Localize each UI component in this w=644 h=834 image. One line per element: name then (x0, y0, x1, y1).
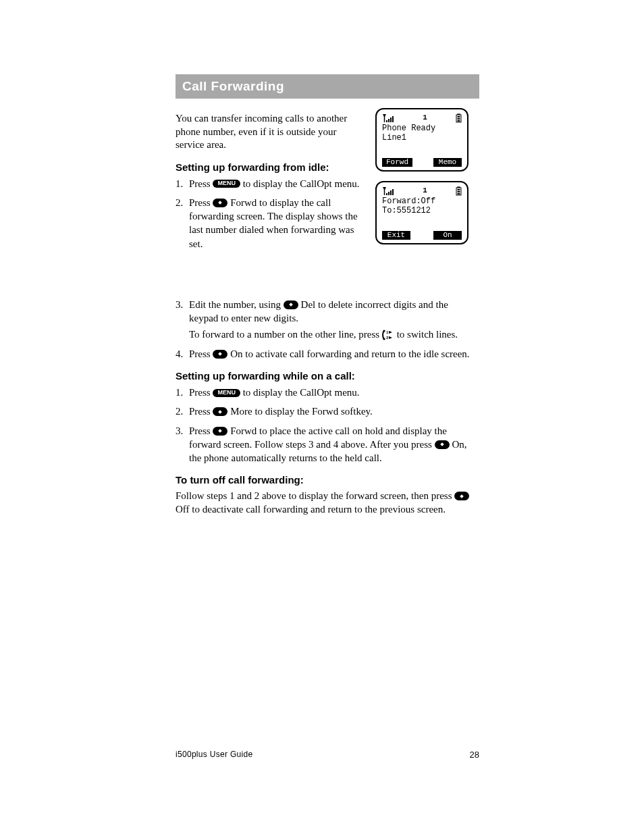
page-number: 28 (470, 750, 479, 760)
softkey-button-icon (213, 350, 227, 359)
svg-marker-27 (389, 336, 392, 339)
step-number: 1. (176, 386, 189, 399)
turn-off-text: Off to deactivate call forwarding and re… (176, 504, 446, 515)
step-text: Edit the number, using (189, 299, 284, 310)
turn-off-paragraph: Follow steps 1 and 2 above to display th… (176, 490, 479, 516)
step-text: to display the CallOpt menu. (240, 387, 360, 398)
step-text: Press (189, 178, 213, 189)
softkey-button-icon (454, 492, 469, 500)
step-number: 1. (176, 177, 189, 190)
softkey-button-icon (284, 301, 298, 309)
section-title: Call Forwarding (182, 79, 284, 93)
steps-setup-idle: 1. Press MENU to display the CallOpt men… (176, 177, 479, 251)
turn-off-text: Follow steps 1 and 2 above to display th… (176, 490, 454, 501)
step-number: 2. (176, 196, 189, 209)
step-text: On to activate call forwarding and retur… (227, 348, 469, 359)
step-text: More to display the Forwd softkey. (227, 406, 372, 417)
step-text: Press (189, 387, 213, 398)
intro-paragraph: You can transfer incoming calls to anoth… (176, 112, 365, 152)
svg-marker-25 (389, 331, 392, 334)
step-number: 2. (176, 405, 189, 418)
step-number: 4. (176, 347, 189, 361)
svg-text:2: 2 (386, 336, 389, 340)
step-text: Press (189, 406, 213, 417)
steps-setup-on-call: 1. Press MENU to display the CallOpt men… (176, 386, 479, 465)
step-text: Press (189, 348, 213, 359)
step-number: 3. (176, 298, 189, 311)
heading-setup-on-call: Setting up forwarding while on a call: (176, 370, 479, 382)
running-head: i500plus User Guide (176, 750, 252, 759)
step-text: Forwd to place the active call on hold a… (189, 425, 447, 450)
heading-turn-off: To turn off call forwarding: (176, 474, 479, 486)
step-text: Press (189, 197, 213, 208)
steps-setup-idle-cont: 3. Edit the number, using Del to delete … (176, 298, 479, 361)
softkey-button-icon (213, 199, 227, 207)
heading-setup-idle: Setting up forwarding from idle: (176, 161, 479, 173)
section-title-bar: Call Forwarding (176, 74, 479, 99)
softkey-button-icon (213, 407, 227, 416)
softkey-button-icon (213, 427, 227, 436)
softkey-button-icon (435, 440, 450, 449)
line-switch-icon: 1 2 (382, 329, 394, 341)
step-text: Press (189, 425, 213, 436)
step-number: 3. (176, 424, 189, 438)
menu-button-icon: MENU (213, 389, 240, 397)
svg-point-23 (383, 338, 385, 340)
svg-point-22 (383, 330, 385, 332)
step-subtext: to switch lines. (394, 329, 458, 340)
step-subtext: To forward to a number on the other line… (189, 329, 382, 340)
svg-text:1: 1 (386, 330, 389, 334)
menu-button-icon: MENU (213, 180, 240, 188)
step-text: to display the CallOpt menu. (240, 178, 360, 189)
